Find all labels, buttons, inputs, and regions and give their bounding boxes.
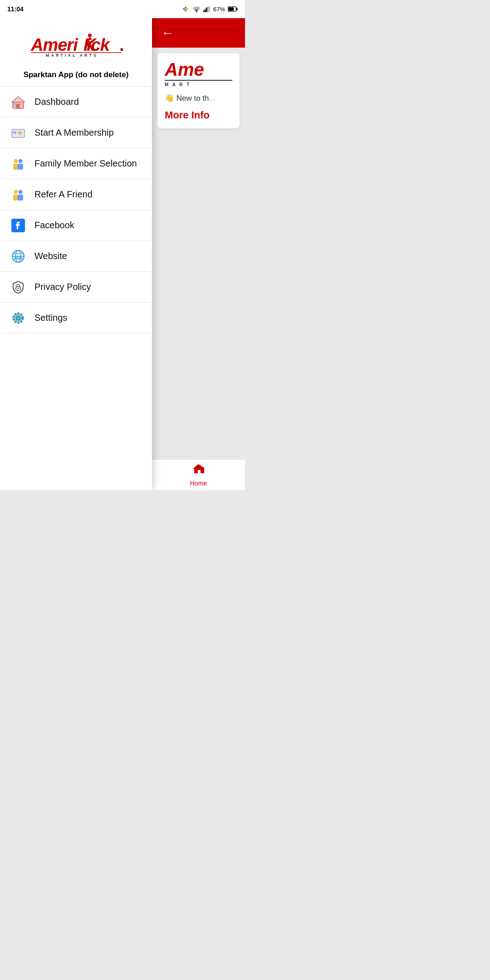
card-logo-subtitle: M A R T bbox=[165, 82, 232, 87]
svg-point-3 bbox=[185, 10, 187, 12]
greeting-text: New to th bbox=[176, 94, 209, 103]
svg-rect-5 bbox=[205, 9, 206, 12]
svg-point-27 bbox=[19, 106, 20, 107]
svg-point-33 bbox=[19, 159, 23, 163]
membership-icon bbox=[9, 124, 27, 142]
privacy-icon bbox=[9, 278, 27, 296]
drawer-menu: Ameri ick K MARTIAL ARTS bbox=[0, 18, 152, 490]
svg-point-31 bbox=[14, 159, 18, 163]
svg-point-2 bbox=[186, 8, 188, 10]
svg-text:Ameri: Ameri bbox=[30, 35, 78, 54]
svg-rect-11 bbox=[228, 7, 234, 11]
battery-icon bbox=[228, 6, 238, 12]
sidebar-item-facebook[interactable]: Facebook bbox=[0, 210, 152, 241]
welcome-card: Ame M A R T 👋 New to th... More Info bbox=[157, 53, 240, 128]
card-logo: Ame M A R T bbox=[165, 60, 232, 87]
svg-rect-34 bbox=[18, 164, 23, 170]
svg-rect-6 bbox=[206, 7, 207, 12]
status-icons: 67% bbox=[181, 5, 238, 13]
website-label: Website bbox=[34, 251, 67, 261]
sidebar-item-privacy-policy[interactable]: Privacy Policy bbox=[0, 272, 152, 303]
svg-rect-26 bbox=[14, 103, 16, 105]
website-icon: WWW bbox=[9, 247, 27, 265]
sidebar-item-settings[interactable]: Settings bbox=[0, 303, 152, 333]
svg-rect-29 bbox=[13, 131, 16, 134]
svg-point-15 bbox=[88, 34, 92, 37]
signal-icon bbox=[203, 6, 211, 12]
back-button[interactable]: ← bbox=[161, 26, 174, 40]
facebook-label: Facebook bbox=[34, 220, 74, 230]
sidebar-item-dashboard[interactable]: Dashboard bbox=[0, 87, 152, 118]
card-logo-text: Ame bbox=[165, 59, 204, 79]
sidebar-item-family-member[interactable]: Family Member Selection bbox=[0, 148, 152, 179]
facebook-icon bbox=[9, 216, 27, 235]
svg-point-1 bbox=[185, 7, 187, 9]
svg-text:.: . bbox=[119, 35, 124, 54]
dashboard-label: Dashboard bbox=[34, 97, 79, 107]
settings-label: Settings bbox=[34, 313, 67, 323]
right-header: ← bbox=[152, 18, 245, 48]
home-nav-icon bbox=[192, 463, 205, 478]
svg-rect-7 bbox=[208, 6, 209, 12]
svg-point-35 bbox=[14, 190, 18, 194]
privacy-policy-label: Privacy Policy bbox=[34, 282, 91, 292]
amerikick-logo: Ameri ick K MARTIAL ARTS bbox=[29, 32, 124, 57]
sidebar-item-refer-friend[interactable]: Refer A Friend bbox=[0, 179, 152, 210]
drawer-logo-area: Ameri ick K MARTIAL ARTS bbox=[0, 18, 152, 66]
google-assist-icon bbox=[181, 5, 190, 13]
family-icon bbox=[9, 155, 27, 173]
status-bar: 11:04 67% bbox=[0, 0, 245, 18]
refer-friend-label: Refer A Friend bbox=[34, 189, 93, 200]
home-nav-item[interactable]: Home bbox=[190, 463, 207, 487]
sidebar-item-website[interactable]: WWW Website bbox=[0, 241, 152, 272]
dashboard-icon bbox=[9, 93, 27, 111]
wifi-icon bbox=[192, 6, 201, 12]
right-panel: ← Ame M A R T 👋 New to th... bbox=[152, 18, 245, 490]
status-time: 11:04 bbox=[7, 5, 24, 13]
wave-emoji: 👋 bbox=[165, 94, 174, 103]
battery-text: 67% bbox=[213, 6, 225, 13]
sidebar-item-start-membership[interactable]: Start A Membership bbox=[0, 118, 152, 148]
svg-point-0 bbox=[183, 8, 185, 10]
logo-svg: Ameri ick K MARTIAL ARTS bbox=[29, 32, 124, 57]
refer-icon bbox=[9, 186, 27, 204]
settings-icon bbox=[9, 309, 27, 327]
bottom-nav: Home bbox=[152, 459, 245, 490]
app-title: Sparktan App (do not delete) bbox=[0, 66, 152, 86]
svg-marker-24 bbox=[12, 97, 24, 102]
more-info-button[interactable]: More Info bbox=[165, 109, 232, 121]
main-layout: Ameri ick K MARTIAL ARTS bbox=[0, 18, 245, 490]
svg-rect-8 bbox=[209, 6, 210, 12]
svg-rect-4 bbox=[203, 10, 204, 12]
svg-point-37 bbox=[19, 190, 23, 194]
family-member-label: Family Member Selection bbox=[34, 158, 137, 169]
right-content: Ame M A R T 👋 New to th... More Info bbox=[152, 48, 245, 459]
home-nav-label: Home bbox=[190, 480, 207, 487]
svg-rect-38 bbox=[18, 195, 23, 201]
card-greeting: 👋 New to th... bbox=[165, 93, 232, 103]
svg-text:MARTIAL ARTS: MARTIAL ARTS bbox=[46, 53, 98, 57]
svg-rect-10 bbox=[236, 8, 238, 10]
svg-text:WWW: WWW bbox=[15, 256, 22, 259]
svg-point-47 bbox=[18, 288, 19, 289]
start-membership-label: Start A Membership bbox=[34, 127, 114, 138]
